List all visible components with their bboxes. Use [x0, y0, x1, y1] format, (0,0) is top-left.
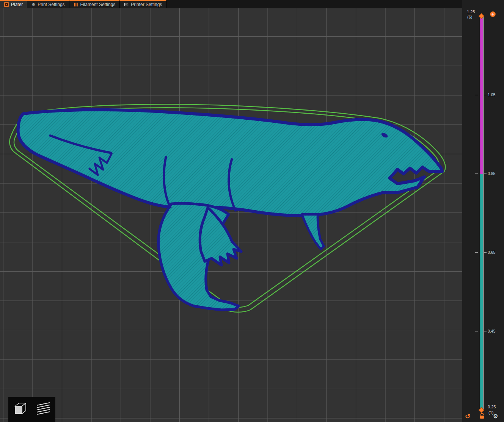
preview-viewport[interactable]	[0, 8, 462, 422]
view-mode-toggle	[8, 397, 55, 422]
tab-filament-settings[interactable]: Filament Settings	[69, 0, 120, 8]
slider-settings-button[interactable]: ⚙	[492, 412, 499, 420]
tick-mark	[475, 95, 478, 95]
undo-icon: ↺	[465, 413, 470, 420]
plater-icon	[4, 2, 9, 7]
tick-mark	[475, 173, 478, 174]
tab-label: Print Settings	[38, 2, 64, 7]
trex-arm	[302, 214, 324, 249]
slider-max-layer-count: (6)	[467, 15, 472, 19]
tab-print-settings[interactable]: ⚙ Print Settings	[27, 0, 69, 8]
tick-mark	[484, 331, 487, 331]
gear-icon: ⚙	[493, 413, 498, 420]
tick-mark	[484, 173, 487, 174]
tab-printer-settings[interactable]: Printer Settings	[120, 0, 166, 8]
cube-icon	[12, 400, 28, 419]
tick-mark	[484, 252, 487, 253]
filament-icon	[74, 2, 78, 7]
sliced-model-canvas[interactable]	[0, 8, 462, 422]
tick-label: 0.85	[488, 171, 495, 176]
lock-open-icon	[479, 413, 485, 420]
3d-view-button[interactable]	[8, 397, 32, 422]
gear-icon: ⚙	[31, 2, 35, 7]
layers-view-button[interactable]	[32, 397, 55, 422]
tick-label: 1.05	[488, 92, 495, 97]
add-layer-range-button[interactable]: +	[490, 11, 496, 17]
trex-model[interactable]	[18, 110, 442, 310]
layer-slider-panel: 1.25 (6) + 1.05 0.85 0.65 0.45 0.25 (1) …	[462, 0, 504, 422]
tick-mark	[475, 252, 478, 253]
slider-range-upper	[480, 16, 483, 174]
tab-label: Filament Settings	[80, 2, 116, 7]
tick-mark	[484, 95, 487, 95]
tick-label: 0.65	[488, 250, 495, 255]
slider-max-value: 1.25	[467, 9, 475, 14]
printer-icon	[124, 2, 129, 7]
tab-label: Printer Settings	[131, 2, 162, 7]
tick-mark	[475, 331, 478, 331]
layer-slider-track[interactable]	[480, 16, 484, 410]
reset-slider-button[interactable]: ↺	[464, 412, 471, 420]
lock-handles-button[interactable]	[479, 412, 485, 420]
tab-label: Plater	[11, 2, 23, 7]
layers-icon	[34, 400, 53, 419]
slider-range-lower	[480, 174, 483, 410]
tick-label: 0.45	[488, 329, 495, 333]
slider-toolbar: ↺ ⚙	[462, 412, 504, 421]
tab-plater[interactable]: Plater	[0, 0, 27, 8]
slider-min-value: 0.25	[488, 405, 496, 409]
tab-bar: Plater ⚙ Print Settings Filament Setting…	[0, 0, 462, 8]
